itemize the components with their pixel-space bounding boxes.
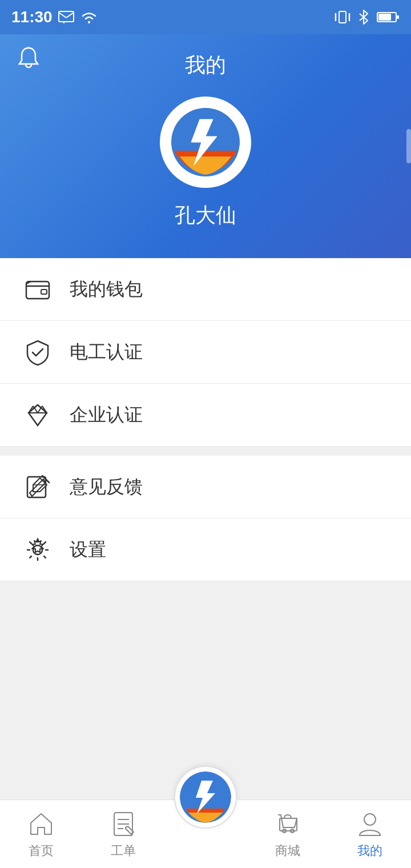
wallet-label: 我的钱包 <box>70 277 143 302</box>
wallet-icon <box>23 275 53 304</box>
battery-icon <box>377 11 400 23</box>
workorder-icon <box>108 809 138 839</box>
center-logo <box>180 771 231 823</box>
electrician-label: 电工认证 <box>70 340 143 365</box>
header: 我的 孔大仙 <box>0 34 411 258</box>
menu-list-2: 意见反馈 设置 <box>0 456 411 581</box>
svg-line-2 <box>66 13 74 18</box>
status-right <box>335 9 400 25</box>
enterprise-label: 企业认证 <box>70 403 143 428</box>
bottom-nav: 首页 工单 <box>0 799 411 868</box>
center-logo-button[interactable] <box>174 766 237 829</box>
nav-label-home: 首页 <box>29 842 54 859</box>
nav-item-shop[interactable]: 商城 <box>247 800 329 868</box>
menu-item-enterprise[interactable]: 企业认证 <box>0 384 411 447</box>
svg-point-33 <box>364 814 376 825</box>
nav-label-mine: 我的 <box>357 842 382 859</box>
diamond-icon <box>23 400 53 430</box>
section-divider <box>0 447 411 456</box>
svg-point-4 <box>88 21 90 23</box>
feedback-label: 意见反馈 <box>70 475 143 500</box>
menu-item-feedback[interactable]: 意见反馈 <box>0 456 411 519</box>
shield-check-icon <box>23 337 53 367</box>
svg-rect-9 <box>378 14 391 21</box>
status-bar: 11:30 <box>0 0 411 34</box>
bluetooth-icon <box>357 9 370 25</box>
avatar[interactable] <box>160 97 251 188</box>
menu-item-settings[interactable]: 设置 <box>0 519 411 581</box>
bell-icon[interactable] <box>17 46 40 73</box>
svg-rect-14 <box>41 290 47 294</box>
svg-line-1 <box>59 13 66 18</box>
brand-logo <box>168 105 243 179</box>
header-title: 我的 <box>185 51 226 79</box>
settings-label: 设置 <box>70 537 106 562</box>
svg-rect-0 <box>59 11 74 22</box>
scroll-hint <box>406 129 411 163</box>
svg-line-23 <box>30 493 32 496</box>
svg-rect-5 <box>339 11 346 23</box>
message-icon <box>58 11 74 23</box>
shop-icon <box>273 809 303 839</box>
status-time: 11:30 <box>11 8 53 26</box>
menu-item-wallet[interactable]: 我的钱包 <box>0 258 411 321</box>
wifi-icon <box>80 10 98 24</box>
username: 孔大仙 <box>175 202 236 230</box>
nav-item-workorder[interactable]: 工单 <box>82 800 164 868</box>
home-icon <box>26 809 56 839</box>
nav-label-workorder: 工单 <box>111 842 136 859</box>
svg-rect-10 <box>397 15 399 19</box>
menu-item-electrician[interactable]: 电工认证 <box>0 321 411 384</box>
status-left: 11:30 <box>11 8 98 26</box>
edit-icon <box>23 472 53 502</box>
mine-icon <box>355 809 385 839</box>
nav-item-home[interactable]: 首页 <box>0 800 82 868</box>
nav-label-shop: 商城 <box>275 842 300 859</box>
nav-item-mine[interactable]: 我的 <box>329 800 411 868</box>
gear-icon <box>23 535 53 565</box>
menu-list: 我的钱包 电工认证 企业认证 <box>0 258 411 447</box>
vibrate-icon <box>335 9 350 25</box>
